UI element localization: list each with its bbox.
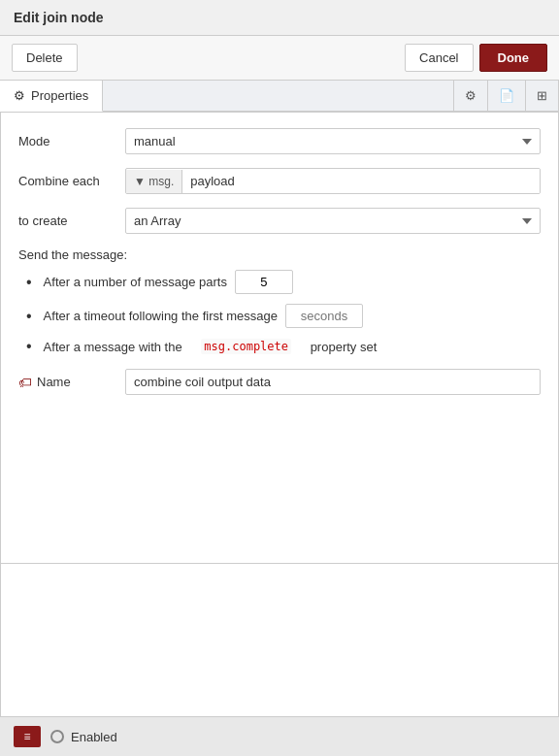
appearance-icon: ⊞	[537, 88, 547, 103]
bullet-list: After a number of message parts After a …	[26, 270, 541, 355]
msg-dropdown-label: ▼ msg.	[134, 175, 174, 188]
timeout-seconds-input[interactable]	[285, 304, 363, 328]
tab-appearance-icon-btn[interactable]: ⊞	[526, 81, 559, 111]
list-item-complete: After a message with the msg.complete pr…	[26, 338, 541, 355]
name-input[interactable]	[125, 369, 541, 395]
to-create-label: to create	[18, 214, 125, 228]
bullet1-text: After a number of message parts	[44, 275, 227, 289]
to-create-row: to create an Array a String a Buffer a N…	[18, 208, 541, 234]
cancel-button[interactable]: Cancel	[405, 44, 473, 72]
settings-icon: ⚙	[465, 88, 477, 103]
mode-select[interactable]: manual automatic	[125, 128, 541, 154]
mode-row: Mode manual automatic	[18, 128, 541, 154]
action-buttons: Cancel Done	[405, 44, 547, 72]
send-message-section: Send the message: After a number of mess…	[18, 247, 541, 355]
mode-label: Mode	[18, 134, 125, 148]
msg-complete-code: msg.complete	[201, 339, 291, 354]
description-icon: 📄	[499, 88, 514, 103]
to-create-control: an Array a String a Buffer a Number an O…	[125, 208, 541, 234]
bottom-icon-symbol: ≡	[23, 730, 30, 743]
content-spacer	[0, 564, 559, 716]
msg-field-input[interactable]	[182, 169, 540, 193]
bottom-icon-button[interactable]: ≡	[14, 726, 41, 747]
done-button[interactable]: Done	[479, 44, 548, 72]
main-content: Mode manual automatic Combine each ▼ msg…	[0, 112, 559, 564]
name-label-text: Name	[37, 375, 71, 389]
send-message-label: Send the message:	[18, 247, 541, 262]
mode-control: manual automatic	[125, 128, 541, 154]
delete-button[interactable]: Delete	[12, 44, 78, 72]
tab-description-icon-btn[interactable]: 📄	[488, 81, 526, 111]
name-row: 🏷 Name	[18, 369, 541, 395]
combine-each-row: Combine each ▼ msg.	[18, 168, 541, 194]
title-bar: Edit join node	[0, 0, 559, 36]
tab-icons-group: ⚙ 📄 ⊞	[453, 81, 559, 111]
gear-icon: ⚙	[14, 88, 25, 103]
name-label-group: 🏷 Name	[18, 375, 125, 390]
bullet3-pre-text: After a message with the	[44, 340, 182, 354]
to-create-select[interactable]: an Array a String a Buffer a Number an O…	[125, 208, 541, 234]
msg-dropdown-button[interactable]: ▼ msg.	[126, 170, 182, 193]
tab-properties[interactable]: ⚙ Properties	[0, 81, 103, 112]
tag-icon: 🏷	[18, 375, 32, 390]
tab-properties-label: Properties	[31, 88, 88, 103]
bullet2-text: After a timeout following the first mess…	[44, 309, 278, 323]
combine-each-label: Combine each	[18, 174, 125, 188]
combine-each-control: ▼ msg.	[125, 168, 541, 194]
page-title: Edit join node	[14, 10, 104, 25]
enabled-radio[interactable]	[50, 730, 64, 743]
enabled-label: Enabled	[71, 730, 117, 744]
list-item-parts: After a number of message parts	[26, 270, 541, 294]
bottom-bar: ≡ Enabled	[0, 716, 559, 756]
toolbar: Delete Cancel Done	[0, 36, 559, 81]
msg-payload-input-group: ▼ msg.	[125, 168, 541, 194]
list-item-timeout: After a timeout following the first mess…	[26, 304, 541, 328]
tab-settings-icon-btn[interactable]: ⚙	[454, 81, 488, 111]
parts-count-input[interactable]	[235, 270, 293, 294]
enabled-toggle[interactable]: Enabled	[50, 730, 117, 744]
bullet3-post-text: property set	[311, 340, 378, 354]
tabs-bar: ⚙ Properties ⚙ 📄 ⊞	[0, 81, 559, 112]
